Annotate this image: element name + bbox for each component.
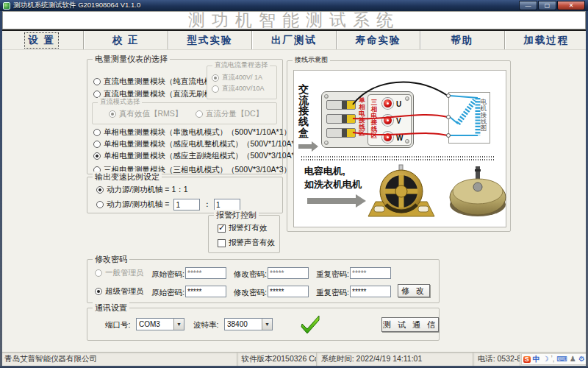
baud-select[interactable]: 38400 ▼ xyxy=(224,318,273,330)
tab-calibration[interactable]: 校 正 xyxy=(83,31,167,49)
radio-true-rms: 真有效值【RMS】 xyxy=(109,109,182,119)
ratio-value2-input[interactable] xyxy=(214,199,240,210)
status-phone: 电话: 0532-87 xyxy=(473,353,520,366)
sogou-icon[interactable]: S xyxy=(523,356,531,363)
comm-group: 通讯设置 端口号: COM3 ▼ 波特率: 38400 ▼ 测 试 通 信 xyxy=(87,308,440,341)
port-select[interactable]: COM3 ▼ xyxy=(136,318,184,330)
test-comm-button[interactable]: 测 试 通 信 xyxy=(381,317,439,332)
capacitor-motor-note: 电容电机, 如洗衣机电机 xyxy=(304,165,362,191)
meter-select-group: 电量测量仪表的选择 直流电量测量模块（纯直流电模式） 直流电量测量模块（直流无刷… xyxy=(87,59,283,174)
radio-dc-component: 直流分量【DC】 xyxy=(196,109,263,119)
dc-range-group: 直流电流量程选择 直流400V/ 1A 直流400V/10A xyxy=(207,66,277,99)
radio-button xyxy=(212,85,219,93)
checkbox-alarm-sound[interactable]: 报警声音有效 xyxy=(218,238,275,248)
radio-single-induction-winding[interactable]: 单相电量测量模块（感应主副绕组模式）（500V*3/10A*3） xyxy=(93,151,306,161)
radio-ratio-custom[interactable]: 动力源/测功机轴 = ： xyxy=(96,199,240,210)
checkbox xyxy=(218,224,226,233)
radio-button xyxy=(95,288,102,295)
ratio-value1-input[interactable] xyxy=(173,199,200,210)
tab-load-process[interactable]: 加载过程 xyxy=(504,31,588,49)
super-repeat-password[interactable] xyxy=(350,286,391,297)
window-frame xyxy=(0,11,2,366)
super-orig-password[interactable] xyxy=(185,286,226,297)
motor-photos xyxy=(364,162,507,227)
chevron-down-icon[interactable]: ▼ xyxy=(173,319,184,330)
dotted-divider xyxy=(301,156,495,160)
plug-terminal-3 xyxy=(326,128,356,138)
status-time: 系统时间: 2022/4/19 14:11:01 xyxy=(317,353,473,366)
radio-button xyxy=(93,141,101,148)
wiring-diagram: 交流接线盒 单相电接线区 三相电接线区 xyxy=(293,70,506,227)
page-title: 测功机智能测试系统 xyxy=(188,9,400,32)
radio-single-series[interactable]: 单相电量测量模块（串激电机模式）（500V*1/10A*1） xyxy=(93,127,291,138)
ime-toolbar: S 中 ☽ ’, ⌨ ♟ ⚙ xyxy=(521,353,587,365)
super-new-password[interactable] xyxy=(268,286,309,297)
close-button[interactable]: ✕ xyxy=(557,1,585,10)
normal-new-password xyxy=(268,267,309,279)
person-icon[interactable]: ♟ xyxy=(570,355,576,363)
radio-ratio-fixed[interactable]: 动力源/测功机轴 = 1：1 xyxy=(96,185,188,195)
motor-wiring-box: 电机接线图 xyxy=(448,92,490,144)
minimize-button[interactable]: — xyxy=(519,1,537,10)
normal-orig-password xyxy=(185,267,226,279)
password-group: 修改密码 一般管理员 原始密码: 修改密码: 重复密码: 超级管理员 原始密码:… xyxy=(87,259,440,303)
normal-repeat-password xyxy=(350,267,391,279)
maximize-button[interactable]: ▢ xyxy=(538,1,556,10)
modify-password-button[interactable]: 修 改 xyxy=(398,284,430,297)
radio-button xyxy=(93,78,101,85)
radio-button xyxy=(109,110,116,118)
radio-button xyxy=(96,186,104,194)
statusbar: 青岛艾普智能仪器有限公司 软件版本20150326 Com:24 系统时间: 2… xyxy=(0,352,588,366)
checkbox xyxy=(218,239,226,247)
radio-button xyxy=(212,74,219,82)
window-title: 测功机系统测试软件 G201908064 V1.1.0 xyxy=(13,1,140,10)
washing-machine-motor xyxy=(368,165,434,216)
right-arrow-icon xyxy=(298,141,319,152)
plug-terminal-1 xyxy=(326,100,356,110)
radio-button xyxy=(196,110,203,118)
punctuation-icon[interactable]: ’, xyxy=(551,355,555,363)
settings-page: 电量测量仪表的选择 直流电量测量模块（纯直流电模式） 直流电量测量模块（直流无刷… xyxy=(0,50,588,352)
radio-super-admin[interactable]: 超级管理员 xyxy=(95,286,144,297)
tabbar: 设 置 校 正 型式实验 出厂测试 寿命实验 帮助 加载过程 xyxy=(0,31,588,50)
junction-box-label: 交流接线盒 xyxy=(298,84,309,138)
tab-life-test[interactable]: 寿命实验 xyxy=(336,31,420,49)
three-phase-label: 三相电接线区 xyxy=(370,99,378,139)
tab-type-test[interactable]: 型式实验 xyxy=(168,31,251,49)
status-version: 软件版本20150326 Com:24 xyxy=(237,353,317,366)
motor-diagram-label: 电机接线图 xyxy=(480,99,487,132)
tab-help[interactable]: 帮助 xyxy=(420,31,503,49)
radio-button xyxy=(95,269,102,277)
radio-single-induction-whole[interactable]: 单相电量测量模块（感应电机整机模式）（500V*1/10A*1） xyxy=(93,139,306,149)
terminal-panel: 单相电接线区 三相电接线区 U V W xyxy=(321,91,414,148)
group-title: 电量测量仪表的选择 xyxy=(93,54,170,65)
status-company: 青岛艾普智能仪器有限公司 xyxy=(0,353,237,366)
alarm-group: 报警灯控制 报警灯有效 报警声音有效 xyxy=(208,215,280,253)
app-window: 测功机系统测试软件 G201908064 V1.1.0 — ▢ ✕ 测功机智能测… xyxy=(0,0,588,368)
radio-button xyxy=(93,129,101,136)
halfwidth-icon[interactable]: ☽ xyxy=(542,355,549,363)
checkbox-alarm-light[interactable]: 报警灯有效 xyxy=(218,223,268,233)
comm-ok-icon xyxy=(299,313,321,335)
radio-button xyxy=(93,152,101,160)
chevron-down-icon[interactable]: ▼ xyxy=(262,319,272,330)
radio-normal-admin: 一般管理员 xyxy=(95,268,144,278)
three-phase-panel: 三相电接线区 U V W xyxy=(368,94,412,146)
tab-factory-test[interactable]: 出厂测试 xyxy=(251,31,335,49)
single-phase-label: 单相电接线区 xyxy=(358,97,366,137)
wrench-icon[interactable]: ⚙ xyxy=(578,355,585,363)
dc-mode-group: 直流模式选择 真有效值【RMS】 直流分量【DC】 xyxy=(92,102,277,124)
wiring-group: 接线示意图 交流接线盒 单相电接线区 xyxy=(287,60,511,232)
plug-terminal-2 xyxy=(326,114,356,124)
tab-settings[interactable]: 设 置 xyxy=(0,31,83,49)
radio-dc-400v-1a: 直流400V/ 1A xyxy=(212,73,262,82)
terminal-w xyxy=(382,132,393,143)
ratio-group: 输出变速比例设定 动力源/测功机轴 = 1：1 动力源/测功机轴 = ： xyxy=(87,177,283,213)
terminal-v xyxy=(382,115,393,126)
fan-motor xyxy=(450,166,506,216)
radio-button xyxy=(96,201,104,208)
keyboard-icon[interactable]: ⌨ xyxy=(557,355,567,363)
app-icon xyxy=(3,2,10,10)
chinese-mode-icon[interactable]: 中 xyxy=(533,355,540,363)
header-band: 测功机智能测试系统 xyxy=(2,11,586,29)
